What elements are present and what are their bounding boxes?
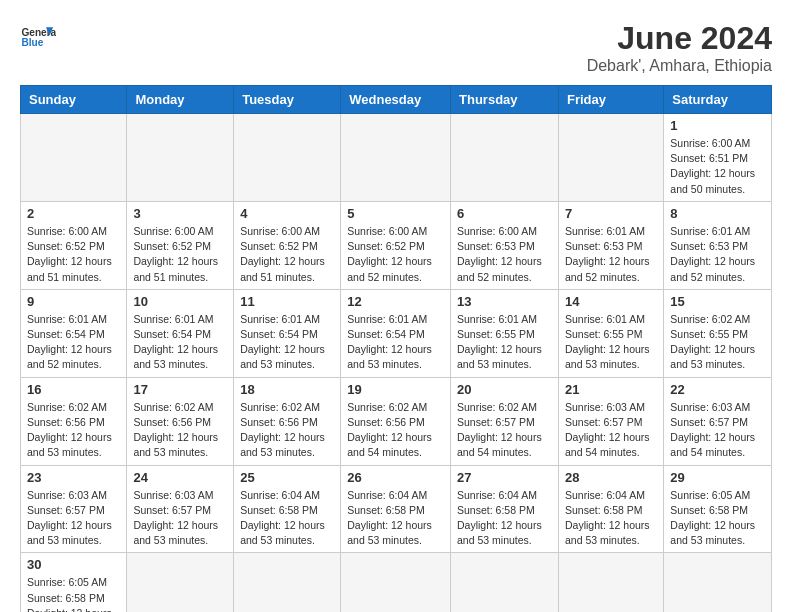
week-row-5: 30Sunrise: 6:05 AM Sunset: 6:58 PM Dayli… [21,553,772,612]
header-wednesday: Wednesday [341,86,451,114]
day-info: Sunrise: 6:03 AM Sunset: 6:57 PM Dayligh… [27,488,120,549]
calendar-cell [558,114,663,202]
day-info: Sunrise: 6:01 AM Sunset: 6:54 PM Dayligh… [240,312,334,373]
day-number: 16 [27,382,120,397]
calendar-cell: 7Sunrise: 6:01 AM Sunset: 6:53 PM Daylig… [558,201,663,289]
day-info: Sunrise: 6:04 AM Sunset: 6:58 PM Dayligh… [457,488,552,549]
calendar-cell: 24Sunrise: 6:03 AM Sunset: 6:57 PM Dayli… [127,465,234,553]
day-info: Sunrise: 6:01 AM Sunset: 6:55 PM Dayligh… [457,312,552,373]
day-info: Sunrise: 6:02 AM Sunset: 6:55 PM Dayligh… [670,312,765,373]
calendar-cell: 6Sunrise: 6:00 AM Sunset: 6:53 PM Daylig… [451,201,559,289]
day-number: 20 [457,382,552,397]
header: General Blue June 2024 Debark', Amhara, … [20,20,772,75]
day-number: 27 [457,470,552,485]
calendar-title: June 2024 [587,20,772,57]
day-number: 17 [133,382,227,397]
day-info: Sunrise: 6:01 AM Sunset: 6:55 PM Dayligh… [565,312,657,373]
day-info: Sunrise: 6:00 AM Sunset: 6:51 PM Dayligh… [670,136,765,197]
calendar-cell [451,114,559,202]
logo-icon: General Blue [20,20,56,56]
calendar-cell: 18Sunrise: 6:02 AM Sunset: 6:56 PM Dayli… [234,377,341,465]
svg-text:Blue: Blue [21,37,43,48]
calendar-cell: 30Sunrise: 6:05 AM Sunset: 6:58 PM Dayli… [21,553,127,612]
calendar-cell: 12Sunrise: 6:01 AM Sunset: 6:54 PM Dayli… [341,289,451,377]
calendar-cell: 29Sunrise: 6:05 AM Sunset: 6:58 PM Dayli… [664,465,772,553]
calendar-cell [341,553,451,612]
day-info: Sunrise: 6:00 AM Sunset: 6:52 PM Dayligh… [27,224,120,285]
day-number: 18 [240,382,334,397]
calendar-cell: 15Sunrise: 6:02 AM Sunset: 6:55 PM Dayli… [664,289,772,377]
logo: General Blue [20,20,56,56]
day-number: 29 [670,470,765,485]
day-number: 4 [240,206,334,221]
day-info: Sunrise: 6:01 AM Sunset: 6:54 PM Dayligh… [347,312,444,373]
day-info: Sunrise: 6:04 AM Sunset: 6:58 PM Dayligh… [565,488,657,549]
header-saturday: Saturday [664,86,772,114]
day-info: Sunrise: 6:03 AM Sunset: 6:57 PM Dayligh… [670,400,765,461]
week-row-0: 1Sunrise: 6:00 AM Sunset: 6:51 PM Daylig… [21,114,772,202]
calendar-cell [127,553,234,612]
calendar-cell [234,553,341,612]
day-info: Sunrise: 6:00 AM Sunset: 6:52 PM Dayligh… [133,224,227,285]
day-number: 30 [27,557,120,572]
day-number: 8 [670,206,765,221]
week-row-3: 16Sunrise: 6:02 AM Sunset: 6:56 PM Dayli… [21,377,772,465]
day-number: 12 [347,294,444,309]
calendar-cell: 22Sunrise: 6:03 AM Sunset: 6:57 PM Dayli… [664,377,772,465]
calendar-table: Sunday Monday Tuesday Wednesday Thursday… [20,85,772,612]
day-info: Sunrise: 6:02 AM Sunset: 6:56 PM Dayligh… [27,400,120,461]
day-info: Sunrise: 6:05 AM Sunset: 6:58 PM Dayligh… [27,575,120,612]
calendar-cell: 25Sunrise: 6:04 AM Sunset: 6:58 PM Dayli… [234,465,341,553]
day-number: 23 [27,470,120,485]
day-number: 24 [133,470,227,485]
calendar-cell: 4Sunrise: 6:00 AM Sunset: 6:52 PM Daylig… [234,201,341,289]
day-info: Sunrise: 6:02 AM Sunset: 6:56 PM Dayligh… [347,400,444,461]
day-number: 10 [133,294,227,309]
calendar-cell: 11Sunrise: 6:01 AM Sunset: 6:54 PM Dayli… [234,289,341,377]
calendar-cell [341,114,451,202]
calendar-cell: 28Sunrise: 6:04 AM Sunset: 6:58 PM Dayli… [558,465,663,553]
day-number: 25 [240,470,334,485]
day-number: 19 [347,382,444,397]
calendar-cell: 2Sunrise: 6:00 AM Sunset: 6:52 PM Daylig… [21,201,127,289]
day-info: Sunrise: 6:04 AM Sunset: 6:58 PM Dayligh… [347,488,444,549]
calendar-cell: 26Sunrise: 6:04 AM Sunset: 6:58 PM Dayli… [341,465,451,553]
calendar-cell: 3Sunrise: 6:00 AM Sunset: 6:52 PM Daylig… [127,201,234,289]
day-info: Sunrise: 6:00 AM Sunset: 6:53 PM Dayligh… [457,224,552,285]
day-number: 3 [133,206,227,221]
calendar-cell: 9Sunrise: 6:01 AM Sunset: 6:54 PM Daylig… [21,289,127,377]
day-number: 5 [347,206,444,221]
calendar-cell: 27Sunrise: 6:04 AM Sunset: 6:58 PM Dayli… [451,465,559,553]
day-number: 15 [670,294,765,309]
calendar-cell: 8Sunrise: 6:01 AM Sunset: 6:53 PM Daylig… [664,201,772,289]
day-number: 1 [670,118,765,133]
calendar-cell [558,553,663,612]
calendar-cell: 20Sunrise: 6:02 AM Sunset: 6:57 PM Dayli… [451,377,559,465]
header-tuesday: Tuesday [234,86,341,114]
day-number: 13 [457,294,552,309]
calendar-cell [127,114,234,202]
calendar-cell: 19Sunrise: 6:02 AM Sunset: 6:56 PM Dayli… [341,377,451,465]
day-number: 22 [670,382,765,397]
day-info: Sunrise: 6:04 AM Sunset: 6:58 PM Dayligh… [240,488,334,549]
calendar-cell: 13Sunrise: 6:01 AM Sunset: 6:55 PM Dayli… [451,289,559,377]
week-row-4: 23Sunrise: 6:03 AM Sunset: 6:57 PM Dayli… [21,465,772,553]
day-info: Sunrise: 6:00 AM Sunset: 6:52 PM Dayligh… [240,224,334,285]
calendar-cell: 16Sunrise: 6:02 AM Sunset: 6:56 PM Dayli… [21,377,127,465]
day-info: Sunrise: 6:05 AM Sunset: 6:58 PM Dayligh… [670,488,765,549]
calendar-cell: 21Sunrise: 6:03 AM Sunset: 6:57 PM Dayli… [558,377,663,465]
calendar-cell [234,114,341,202]
calendar-cell [664,553,772,612]
day-number: 2 [27,206,120,221]
day-info: Sunrise: 6:02 AM Sunset: 6:56 PM Dayligh… [240,400,334,461]
header-thursday: Thursday [451,86,559,114]
calendar-cell: 5Sunrise: 6:00 AM Sunset: 6:52 PM Daylig… [341,201,451,289]
calendar-cell: 23Sunrise: 6:03 AM Sunset: 6:57 PM Dayli… [21,465,127,553]
day-number: 14 [565,294,657,309]
day-number: 28 [565,470,657,485]
header-sunday: Sunday [21,86,127,114]
day-info: Sunrise: 6:01 AM Sunset: 6:54 PM Dayligh… [27,312,120,373]
calendar-cell: 17Sunrise: 6:02 AM Sunset: 6:56 PM Dayli… [127,377,234,465]
day-number: 6 [457,206,552,221]
header-row: Sunday Monday Tuesday Wednesday Thursday… [21,86,772,114]
